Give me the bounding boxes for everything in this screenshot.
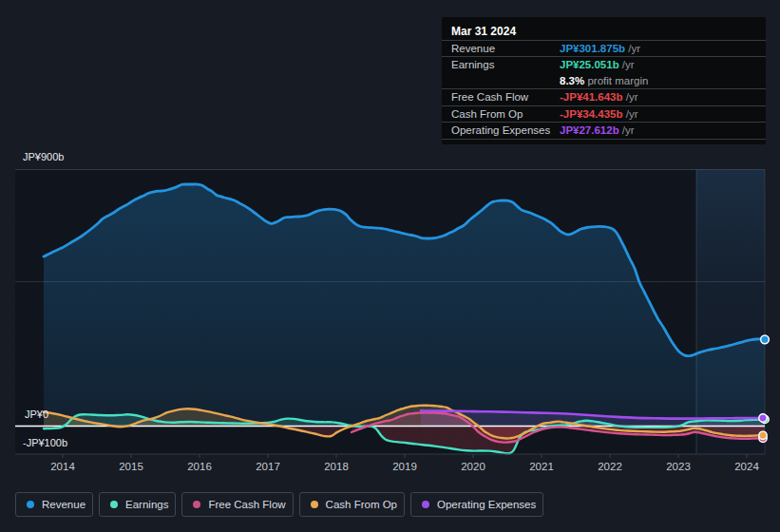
svg-text:2017: 2017 bbox=[256, 461, 280, 472]
svg-text:2015: 2015 bbox=[119, 461, 143, 472]
svg-text:2014: 2014 bbox=[50, 461, 75, 472]
svg-text:2020: 2020 bbox=[461, 461, 485, 472]
svg-text:2018: 2018 bbox=[324, 461, 349, 472]
svg-text:2019: 2019 bbox=[392, 461, 417, 472]
svg-text:2021: 2021 bbox=[529, 461, 554, 472]
svg-text:2023: 2023 bbox=[666, 461, 691, 472]
svg-text:2016: 2016 bbox=[187, 461, 212, 472]
svg-text:2024: 2024 bbox=[734, 461, 759, 472]
svg-text:2022: 2022 bbox=[598, 461, 622, 472]
